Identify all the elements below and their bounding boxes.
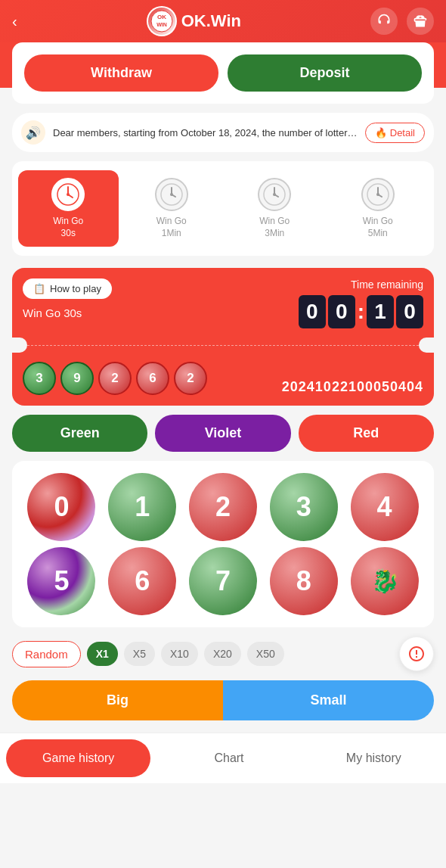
multiplier-x50[interactable]: X50	[247, 642, 284, 666]
violet-button[interactable]: Violet	[155, 415, 290, 452]
number-ball-dragon[interactable]: 🐉	[351, 547, 419, 615]
nav-my-history[interactable]: My history	[302, 733, 446, 783]
tab-label-1min: Win Go1Min	[156, 216, 187, 239]
clock-icon-3min	[258, 178, 291, 211]
left-panel: 📋 How to play Win Go 30s	[23, 278, 112, 320]
bottom-nav: Game history Chart My history	[0, 733, 446, 783]
multiplier-x1[interactable]: X1	[87, 642, 118, 666]
svg-text:🐉: 🐉	[370, 568, 399, 595]
notice-text: Dear members, starting from October 18, …	[53, 127, 358, 138]
game-name-label: Win Go 30s	[23, 306, 112, 320]
number-balls-section: 0 1 2 3 4 5 6 7 8 🐉	[12, 461, 434, 627]
logo-icon-inner: OK WIN	[148, 8, 175, 35]
headset-icon[interactable]	[370, 8, 398, 35]
big-small-buttons: Big Small	[12, 680, 434, 720]
clock-icon-5min	[361, 178, 395, 211]
svg-point-6	[67, 193, 70, 196]
random-button[interactable]: Random	[12, 641, 81, 667]
header: ‹ OK WIN OK.Win	[0, 0, 446, 42]
result-ball-1: 9	[60, 362, 94, 395]
timer-display: 0 0 : 1 0	[299, 295, 423, 328]
small-button[interactable]: Small	[223, 680, 434, 720]
multiplier-x20[interactable]: X20	[204, 642, 241, 666]
color-buttons: Green Violet Red	[12, 415, 434, 452]
clock-icon-1min	[155, 178, 188, 211]
nav-chart[interactable]: Chart	[156, 733, 301, 783]
panel-bottom: 3 9 2 6 2 20241022100050404	[23, 362, 423, 395]
book-icon: 📋	[33, 283, 45, 294]
number-ball-7[interactable]: 7	[189, 547, 257, 615]
result-balls: 3 9 2 6 2	[23, 362, 207, 395]
number-ball-3[interactable]: 3	[270, 473, 338, 541]
gift-icon[interactable]	[407, 8, 434, 35]
tab-wingo-5min[interactable]: Win Go5Min	[328, 170, 429, 247]
timer-digit-2: 1	[367, 295, 394, 328]
action-buttons: Withdraw Deposit	[12, 42, 434, 104]
panel-divider	[12, 338, 434, 353]
speaker-icon: 🔊	[21, 120, 45, 145]
tab-label-3min: Win Go3Min	[259, 216, 290, 239]
tab-label-30s: Win Go30s	[53, 216, 83, 239]
multiplier-x5[interactable]: X5	[124, 642, 155, 666]
tab-wingo-1min[interactable]: Win Go1Min	[122, 170, 222, 247]
game-tabs: Win Go30s Win Go1Min	[12, 161, 434, 256]
clock-icon-30s	[51, 178, 85, 211]
back-button[interactable]: ‹	[12, 13, 17, 30]
multiplier-x10[interactable]: X10	[161, 642, 198, 666]
withdraw-button[interactable]: Withdraw	[24, 54, 218, 92]
result-ball-3: 6	[136, 362, 169, 395]
how-to-play-button[interactable]: 📋 How to play	[23, 278, 112, 299]
panel-top: 📋 How to play Win Go 30s Time remaining …	[23, 278, 423, 328]
game-panel: 📋 How to play Win Go 30s Time remaining …	[12, 268, 434, 406]
number-ball-4[interactable]: 4	[351, 473, 419, 541]
header-icons	[370, 8, 434, 35]
tab-wingo-30s[interactable]: Win Go30s	[18, 170, 119, 247]
chat-float-button[interactable]	[399, 636, 434, 671]
number-ball-6[interactable]: 6	[108, 547, 176, 615]
number-ball-2[interactable]: 2	[189, 473, 257, 541]
tab-wingo-3min[interactable]: Win Go3Min	[225, 170, 325, 247]
number-ball-5[interactable]: 5	[27, 547, 95, 615]
timer-digit-0: 0	[299, 295, 326, 328]
big-button[interactable]: Big	[12, 680, 223, 720]
svg-point-14	[273, 193, 276, 196]
number-balls-grid: 0 1 2 3 4 5 6 7 8 🐉	[24, 473, 422, 615]
timer-digit-1: 0	[328, 295, 355, 328]
svg-point-18	[376, 193, 379, 196]
number-ball-1[interactable]: 1	[108, 473, 176, 541]
timer-section: Time remaining 0 0 : 1 0	[299, 278, 423, 328]
timer-colon: :	[358, 300, 364, 324]
number-ball-8[interactable]: 8	[270, 547, 338, 615]
tab-label-5min: Win Go5Min	[363, 216, 393, 239]
number-ball-0[interactable]: 0	[27, 473, 95, 541]
logo: OK WIN OK.Win	[147, 6, 241, 36]
nav-game-history[interactable]: Game history	[6, 739, 150, 777]
fire-icon: 🔥	[375, 127, 387, 138]
timer-digit-3: 0	[396, 295, 423, 328]
deposit-button[interactable]: Deposit	[228, 54, 422, 92]
logo-text: OK.Win	[181, 11, 241, 31]
period-number: 20241022100050404	[282, 379, 423, 395]
multiplier-row: Random X1 X5 X10 X20 X50	[12, 636, 434, 671]
green-button[interactable]: Green	[12, 415, 147, 452]
logo-icon: OK WIN	[147, 6, 177, 36]
notice-bar: 🔊 Dear members, starting from October 18…	[12, 113, 434, 152]
red-button[interactable]: Red	[299, 415, 434, 452]
svg-text:OK: OK	[157, 14, 166, 20]
main-content: 📋 How to play Win Go 30s Time remaining …	[0, 268, 446, 720]
result-ball-0: 3	[23, 362, 56, 395]
result-ball-2: 2	[98, 362, 132, 395]
top-section: Withdraw Deposit 🔊 Dear members, startin…	[0, 42, 446, 268]
result-ball-4: 2	[174, 362, 207, 395]
svg-point-10	[170, 193, 173, 196]
svg-text:WIN: WIN	[156, 22, 167, 27]
detail-button[interactable]: 🔥 Detail	[365, 123, 425, 143]
